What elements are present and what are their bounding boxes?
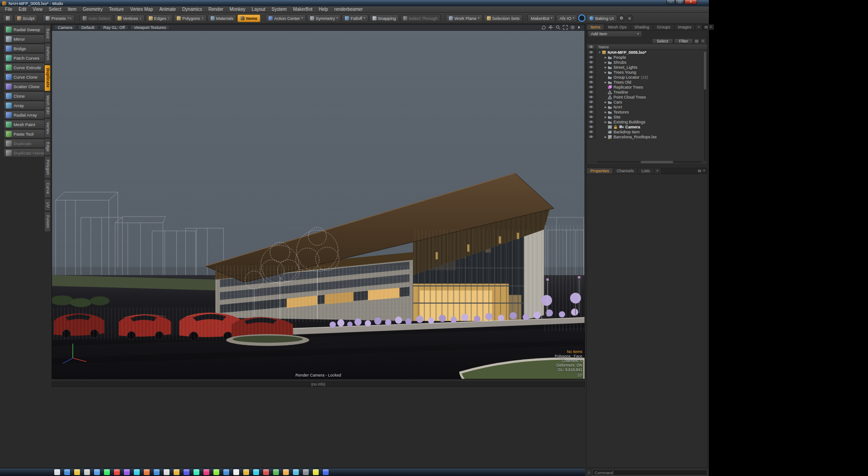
item-row-people[interactable]: ▶People (587, 55, 707, 60)
items-tab-groups[interactable]: Groups (653, 24, 675, 30)
menu-monkey[interactable]: Monkey (226, 6, 249, 12)
selection-sets-button[interactable]: Selection Sets (484, 14, 523, 22)
afx-io-button[interactable]: Afx IO▾ (556, 14, 577, 22)
item-row-barcelona-rooftops-lxe[interactable]: ▶Barcelona_Rooftops.lxe (587, 134, 707, 139)
taskbar-app-icon[interactable] (164, 469, 170, 475)
menu-render[interactable]: Render (205, 6, 226, 12)
eye-visibility-icon[interactable] (589, 90, 594, 94)
zoom-view-icon[interactable] (556, 25, 561, 30)
eye-visibility-icon[interactable] (589, 51, 594, 54)
tool-radial-sweep[interactable]: Radial Sweep (4, 25, 45, 34)
eye-visibility-icon[interactable] (589, 61, 594, 64)
taskbar-app-icon[interactable] (213, 469, 219, 475)
items-button[interactable]: Items (237, 14, 260, 22)
items-tab-shading[interactable]: Shading (631, 24, 653, 30)
expander-icon[interactable]: ▶ (604, 105, 608, 108)
props-tab-lists[interactable]: Lists (638, 168, 654, 174)
eye-visibility-icon[interactable] (589, 56, 594, 59)
viewport-3d-scene[interactable] (52, 24, 585, 379)
item-row-replicator-trees[interactable]: Replicator Trees (587, 85, 707, 90)
taskbar-app-icon[interactable] (174, 469, 179, 475)
taskbar-app-icon[interactable] (273, 469, 279, 475)
tool-tab-curve[interactable]: Curve (45, 179, 51, 198)
taskbar-app-icon[interactable] (263, 469, 269, 475)
viewport-menu-chevron-icon[interactable] (577, 25, 581, 30)
expander-icon[interactable]: ▶ (604, 135, 608, 138)
scrollbar-thumb[interactable] (704, 52, 706, 90)
eye-visibility-icon[interactable] (589, 100, 594, 104)
menu-texture[interactable]: Texture (106, 6, 127, 12)
makerbot-button[interactable]: MakerBot▾ (528, 14, 555, 22)
vertical-scrollbar[interactable] (704, 51, 706, 161)
item-row-textures[interactable]: ▶Textures (587, 109, 707, 114)
eye-visibility-icon[interactable] (589, 120, 594, 123)
falloff-button[interactable]: Falloff▾ (342, 14, 368, 22)
minimize-button[interactable]: – (666, 0, 675, 5)
tool-tab-deform[interactable]: Deform (45, 43, 51, 64)
props-tab-add[interactable]: + (654, 168, 661, 174)
tool-duplicate-hierarchy[interactable]: Duplicate Hierarchy (4, 148, 45, 157)
menu-item[interactable]: Item (65, 6, 80, 12)
layout-grid-button[interactable] (3, 14, 13, 22)
tool-mirror[interactable]: Mirror (4, 34, 45, 43)
props-tab-properties[interactable]: Properties (587, 168, 613, 174)
tool-tab-basic[interactable]: Basic (45, 25, 51, 42)
expander-icon[interactable]: ▶ (604, 110, 608, 113)
tool-curve-extrude[interactable]: Curve Extrude (4, 63, 45, 72)
menu-view[interactable]: View (29, 6, 46, 12)
baking-ui-button[interactable]: Baking UI (586, 14, 617, 22)
items-tab-images[interactable]: Images (675, 24, 696, 30)
item-row-trees-old[interactable]: ▶Trees Old (587, 80, 707, 85)
add-item-dropdown[interactable]: Add Item ▾ (588, 31, 642, 37)
tool-tab-mesh-edit[interactable]: Mesh Edit (45, 92, 51, 118)
menu-help[interactable]: Help (316, 6, 331, 12)
panel-menu-icon[interactable]: ≡ (703, 169, 705, 173)
vertices-button[interactable]: Vertices1 (114, 14, 145, 22)
menu-system[interactable]: System (269, 6, 290, 12)
tool-bridge[interactable]: Bridge (4, 44, 45, 53)
select-through-button[interactable]: Select Through (400, 14, 441, 22)
menu-file[interactable]: File (2, 6, 15, 12)
taskbar-app-icon[interactable] (243, 469, 249, 475)
polygons-button[interactable]: Polygons3 (174, 14, 207, 22)
menu-select[interactable]: Select (46, 6, 65, 12)
close-button[interactable]: ✕ (684, 0, 697, 5)
eye-visibility-icon[interactable] (589, 85, 594, 89)
item-row-nah[interactable]: ▶NAH (587, 104, 707, 109)
command-history-toggle[interactable]: › (586, 470, 591, 476)
menu-edit[interactable]: Edit (15, 6, 29, 12)
rotate-view-icon[interactable] (541, 25, 546, 30)
item-row-street-lights[interactable]: ▶Street_Lights (587, 65, 707, 70)
viewport-raygl-toggle[interactable]: Ray GL: Off (100, 25, 128, 30)
eye-visibility-icon[interactable] (589, 130, 594, 133)
props-tab-channels[interactable]: Channels (613, 168, 638, 174)
taskbar-app-icon[interactable] (74, 469, 80, 475)
taskbar-app-icon[interactable] (184, 469, 189, 475)
tool-scatter-clone[interactable]: Scatter Clone (4, 82, 45, 91)
item-row-group-locator[interactable]: Group Locator(19) (587, 75, 707, 80)
viewport-camera-selector[interactable]: Camera (54, 25, 76, 30)
presets-button[interactable]: PresetsF6 (42, 14, 75, 22)
panel-pin-icon[interactable]: ▤ (704, 25, 708, 29)
items-tab-items[interactable]: Items (587, 24, 604, 30)
eye-visibility-icon[interactable] (589, 95, 594, 99)
tool-paste-tool[interactable]: Paste Tool (4, 129, 45, 138)
tool-tab-polygon[interactable]: Polygon (45, 156, 51, 179)
taskbar-app-icon[interactable] (203, 469, 209, 475)
menu-makerbot[interactable]: MakerBot (290, 6, 316, 12)
horizontal-scrollbar[interactable] (597, 161, 702, 163)
viewport-settings-gear-icon[interactable] (570, 25, 575, 30)
eye-visibility-icon[interactable] (589, 125, 594, 128)
tool-duplicate[interactable]: Duplicate (4, 139, 45, 148)
auto-select-button[interactable]: Auto Select (80, 14, 113, 22)
taskbar-app-icon[interactable] (144, 469, 150, 475)
menu-dynamics[interactable]: Dynamics (179, 6, 205, 12)
viewport-3d[interactable]: Camera Default Ray GL: Off Viewport Text… (52, 24, 585, 379)
taskbar-app-icon[interactable] (293, 469, 299, 475)
item-row-existing-buildings[interactable]: ▶Existing Buildings (587, 119, 707, 124)
eye-visibility-icon[interactable] (589, 66, 594, 69)
expander-icon[interactable]: ▶ (604, 100, 608, 104)
tool-array[interactable]: Array (4, 101, 45, 110)
menu-renderbeamer[interactable]: renderbeamer (331, 6, 366, 12)
taskbar-app-icon[interactable] (154, 469, 160, 475)
